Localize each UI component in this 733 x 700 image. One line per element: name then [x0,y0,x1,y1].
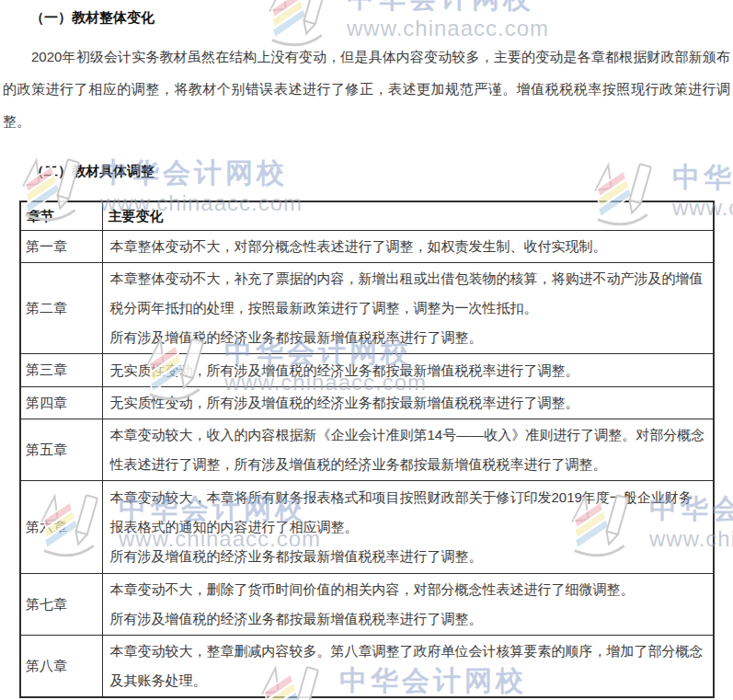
table-header-row: 章节 主要变化 [20,201,714,231]
changes-cell: 本章变动较大，本章将所有财务报表格式和项目按照财政部关于修订印发2019年度一般… [102,481,714,574]
changes-cell: 无实质性变动，所有涉及增值税的经济业务都按最新增值税税率进行了调整。 [102,354,714,387]
chapter-cell: 第八章 [20,636,102,698]
change-text: 无实质性变动，所有涉及增值税的经济业务都按最新增值税税率进行了调整。 [110,356,706,385]
chapter-cell: 第七章 [20,574,102,636]
change-text: 本章变动不大，删除了货币时间价值的相关内容，对部分概念性表述进行了细微调整。 [110,575,706,604]
chapter-cell: 第四章 [20,387,102,419]
table-row: 第六章 本章变动较大，本章将所有财务报表格式和项目按照财政部关于修订印发2019… [20,481,714,574]
changes-cell: 本章变动较大，收入的内容根据新《企业会计准则第14号——收入》准则进行了调整。对… [102,419,714,481]
change-text: 所有涉及增值税的经济业务都按最新增值税税率进行了调整。 [110,323,706,352]
table-row: 第五章 本章变动较大，收入的内容根据新《企业会计准则第14号——收入》准则进行了… [20,419,714,481]
change-text: 本章变动较大，收入的内容根据新《企业会计准则第14号——收入》准则进行了调整。对… [110,420,706,479]
table-row: 第七章 本章变动不大，删除了货币时间价值的相关内容，对部分概念性表述进行了细微调… [20,574,714,636]
intro-paragraph: 2020年初级会计实务教材虽然在结构上没有变动，但是具体内容变动较多，主要的变动… [3,40,730,137]
chapter-changes-table: 章节 主要变化 第一章 本章整体变动不大，对部分概念性表述进行了调整，如权责发生… [19,201,715,698]
changes-cell: 本章整体变动不大，补充了票据的内容，新增出租或出借包装物的核算，将购进不动产涉及… [102,263,714,354]
chapter-cell: 第二章 [20,263,102,354]
table-row: 第三章 无实质性变动，所有涉及增值税的经济业务都按最新增值税税率进行了调整。 [20,354,714,387]
column-header-chapter: 章节 [20,201,102,231]
changes-cell: 无实质性变动，所有涉及增值税的经济业务都按最新增值税税率进行了调整。 [102,387,714,419]
change-text: 所有涉及增值税的经济业务都按最新增值税税率进行了调整。 [110,542,706,571]
chapter-cell: 第六章 [20,481,102,574]
table-row: 第八章 本章变动较大，整章删减内容较多。第八章调整了政府单位会计核算要素的顺序，… [20,636,714,698]
changes-cell: 本章整体变动不大，对部分概念性表述进行了调整，如权责发生制、收付实现制。 [102,231,714,263]
change-text: 本章变动较大，本章将所有财务报表格式和项目按照财政部关于修订印发2019年度一般… [110,483,706,542]
change-text: 本章整体变动不大，对部分概念性表述进行了调整，如权责发生制、收付实现制。 [110,232,706,261]
chapter-cell: 第一章 [20,231,102,263]
chapter-cell: 第五章 [20,419,102,481]
change-text: 本章整体变动不大，补充了票据的内容，新增出租或出借包装物的核算，将购进不动产涉及… [110,264,706,323]
section-1-heading: （一）教材整体变化 [0,9,733,27]
changes-cell: 本章变动较大，整章删减内容较多。第八章调整了政府单位会计核算要素的顺序，增加了部… [102,636,714,698]
changes-cell: 本章变动不大，删除了货币时间价值的相关内容，对部分概念性表述进行了细微调整。 所… [102,574,714,636]
change-text: 无实质性变动，所有涉及增值税的经济业务都按最新增值税税率进行了调整。 [110,388,706,418]
table-row: 第四章 无实质性变动，所有涉及增值税的经济业务都按最新增值税税率进行了调整。 [20,387,714,419]
change-text: 所有涉及增值税的经济业务都按最新增值税税率进行了调整。 [110,604,706,634]
section-2-heading: （二）教材具体调整 [0,163,733,180]
column-header-changes: 主要变化 [102,201,714,231]
table-row: 第二章 本章整体变动不大，补充了票据的内容，新增出租或出借包装物的核算，将购进不… [20,263,714,354]
change-text: 本章变动较大，整章删减内容较多。第八章调整了政府单位会计核算要素的顺序，增加了部… [110,637,706,695]
chapter-cell: 第三章 [20,354,102,387]
table-row: 第一章 本章整体变动不大，对部分概念性表述进行了调整，如权责发生制、收付实现制。 [20,231,714,263]
